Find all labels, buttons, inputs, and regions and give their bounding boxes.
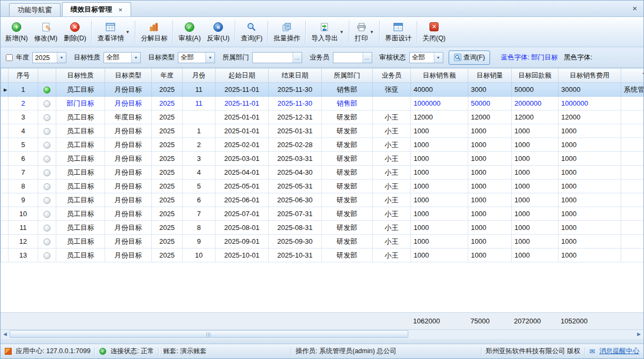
decompose-goal-button[interactable]: 分解目标 bbox=[138, 18, 170, 46]
col-header[interactable]: 目标销量 bbox=[468, 69, 512, 83]
col-header[interactable]: 目标销售额 bbox=[411, 69, 468, 83]
col-header[interactable]: 起始日期 bbox=[216, 69, 269, 83]
col-header[interactable] bbox=[38, 69, 56, 83]
dropdown-arrow-icon[interactable]: ▼ bbox=[370, 30, 374, 35]
mail-icon: ✉ bbox=[589, 347, 595, 355]
scroll-right-icon[interactable]: ▶ bbox=[634, 330, 643, 338]
dept-input[interactable] bbox=[253, 53, 293, 63]
table-row[interactable]: 7 员工目标 月份目标 2025 4 2025-04-01 2025-04-30… bbox=[1, 166, 644, 180]
audit-button[interactable]: ✓ 审核(A) bbox=[175, 18, 204, 46]
table-row[interactable]: 11 员工目标 月份目标 2025 8 2025-08-01 2025-08-3… bbox=[1, 221, 644, 235]
salesman-input[interactable] bbox=[333, 53, 363, 63]
col-header[interactable]: 所属部门 bbox=[322, 69, 373, 83]
cell-salesman bbox=[373, 97, 411, 110]
toolbar-separator bbox=[417, 21, 417, 43]
dropdown-arrow-icon[interactable]: ▼ bbox=[339, 30, 344, 35]
year-select[interactable]: 2025 ▼ bbox=[32, 52, 66, 63]
col-header[interactable]: 月份 bbox=[183, 69, 216, 83]
cell-month: 4 bbox=[183, 166, 216, 180]
cell-auditor bbox=[621, 138, 644, 152]
col-header[interactable]: 目标类型 bbox=[105, 69, 152, 83]
table-row[interactable]: 9 员工目标 月份目标 2025 6 2025-06-01 2025-06-30… bbox=[1, 193, 644, 207]
cell-year: 2025 bbox=[152, 152, 183, 166]
cell-end-date: 2025-05-31 bbox=[269, 180, 322, 193]
cell-auditor bbox=[621, 152, 644, 166]
add-button[interactable]: + 新增(N) bbox=[2, 18, 31, 46]
cell-type: 月份目标 bbox=[105, 193, 152, 207]
cell-status bbox=[38, 152, 56, 166]
col-header[interactable]: 年度 bbox=[152, 69, 183, 83]
table-row[interactable]: 4 员工目标 月份目标 2025 1 2025-01-01 2025-01-31… bbox=[1, 124, 644, 138]
query-button[interactable]: 查询(F) bbox=[237, 18, 265, 46]
grid-empty-area bbox=[1, 262, 643, 312]
table-row[interactable]: 2 部门目标 月份目标 2025 11 2025-11-01 2025-11-3… bbox=[1, 97, 644, 110]
close-button[interactable]: ✕ 关闭(Q) bbox=[419, 18, 449, 46]
tab-close-icon[interactable]: × bbox=[118, 6, 123, 13]
ui-design-button[interactable]: 界面设计 bbox=[382, 18, 415, 46]
tab-performance-goal[interactable]: 绩效目标管理 × bbox=[62, 2, 131, 16]
cell-type: 月份目标 bbox=[105, 138, 152, 152]
table-row[interactable]: 12 员工目标 月份目标 2025 9 2025-09-01 2025-09-3… bbox=[1, 235, 644, 249]
horizontal-scrollbar[interactable]: ◀ ▶ bbox=[1, 329, 643, 339]
cell-status bbox=[38, 97, 56, 110]
table-row[interactable]: ▸ 1 员工目标 月份目标 2025 11 2025-11-01 2025-11… bbox=[1, 83, 644, 97]
nature-select[interactable]: 全部 ▼ bbox=[104, 52, 141, 63]
unaudit-button[interactable]: « 反审(U) bbox=[204, 18, 233, 46]
tab-strip: 功能导航窗 绩效目标管理 × × bbox=[1, 1, 643, 17]
connection-status-text: 连接状态: 正常 bbox=[110, 347, 154, 356]
delete-button[interactable]: ✕ 删除(D) bbox=[61, 18, 89, 46]
view-detail-button[interactable]: 查看详情 ▼ bbox=[94, 18, 133, 46]
filter-query-button[interactable]: 查询(F) bbox=[449, 50, 491, 65]
unaudit-icon: « bbox=[213, 22, 223, 32]
col-header[interactable]: 序号 bbox=[8, 69, 38, 83]
batch-operation-button[interactable]: 批量操作 bbox=[270, 18, 303, 46]
year-checkbox[interactable] bbox=[6, 54, 13, 61]
col-header[interactable]: 目标销售费用 bbox=[559, 69, 621, 83]
cell-sales: 12000 bbox=[411, 110, 468, 124]
table-row[interactable]: 8 员工目标 月份目标 2025 5 2025-05-01 2025-05-31… bbox=[1, 180, 644, 193]
cell-dept: 研发部 bbox=[322, 193, 373, 207]
cell-auditor bbox=[621, 166, 644, 180]
ellipsis-picker-icon[interactable]: … bbox=[293, 53, 302, 63]
summary-row: 1062000 75000 2072000 1052000 bbox=[1, 312, 643, 329]
connection-ok-icon: ✓ bbox=[99, 348, 106, 355]
col-header[interactable]: 目标回款额 bbox=[512, 69, 559, 83]
message-center-link[interactable]: 消息提醒中心 bbox=[599, 347, 639, 356]
col-header[interactable]: 审核人 bbox=[621, 69, 644, 83]
row-indicator: ▸ bbox=[1, 83, 8, 97]
status-orb-icon bbox=[44, 87, 50, 93]
col-header[interactable]: 目标性质 bbox=[56, 69, 105, 83]
cell-year: 2025 bbox=[152, 83, 183, 97]
edit-button[interactable]: 修改(M) bbox=[31, 18, 61, 46]
cell-volume: 50000 bbox=[468, 97, 512, 110]
table-row[interactable]: 6 员工目标 月份目标 2025 3 2025-03-01 2025-03-31… bbox=[1, 152, 644, 166]
scroll-left-icon[interactable]: ◀ bbox=[1, 330, 10, 338]
table-row[interactable]: 3 员工目标 年度目标 2025 2025-01-01 2025-12-31 研… bbox=[1, 110, 644, 124]
col-header[interactable]: 业务员 bbox=[373, 69, 411, 83]
cell-sales: 1000 bbox=[411, 235, 468, 249]
tab-function-nav[interactable]: 功能导航窗 bbox=[9, 3, 61, 16]
dropdown-arrow-icon[interactable]: ▼ bbox=[125, 30, 130, 35]
legend-black-text: 黑色字体: bbox=[564, 54, 592, 61]
scrollbar-thumb[interactable] bbox=[10, 330, 408, 338]
type-select[interactable]: 全部 ▼ bbox=[178, 52, 215, 63]
col-header[interactable]: 结束日期 bbox=[269, 69, 322, 83]
cell-collection: 1000 bbox=[512, 138, 559, 152]
cell-expense: 1000 bbox=[559, 193, 621, 207]
cell-collection: 50000 bbox=[512, 83, 559, 97]
table-row[interactable]: 13 员工目标 月份目标 2025 10 2025-10-01 2025-10-… bbox=[1, 249, 644, 262]
audit-status-select[interactable]: 全部 ▼ bbox=[409, 52, 443, 63]
scrollbar-grip-icon bbox=[207, 332, 211, 337]
table-row[interactable]: 5 员工目标 月份目标 2025 2 2025-02-01 2025-02-28… bbox=[1, 138, 644, 152]
print-button[interactable]: 打印 ▼ bbox=[351, 18, 377, 46]
salesman-label: 业务员 bbox=[310, 53, 330, 62]
cell-type: 月份目标 bbox=[105, 235, 152, 249]
grid-body: ▸ 1 员工目标 月份目标 2025 11 2025-11-01 2025-11… bbox=[1, 83, 644, 262]
cell-year: 2025 bbox=[152, 124, 183, 138]
cell-salesman: 小王 bbox=[373, 235, 411, 249]
ellipsis-picker-icon[interactable]: … bbox=[363, 53, 372, 63]
status-orb-icon bbox=[44, 183, 50, 190]
import-export-button[interactable]: 导入导出 ▼ bbox=[308, 18, 347, 46]
table-row[interactable]: 10 员工目标 月份目标 2025 7 2025-07-01 2025-07-3… bbox=[1, 207, 644, 221]
document-close-icon[interactable]: × bbox=[632, 4, 637, 12]
